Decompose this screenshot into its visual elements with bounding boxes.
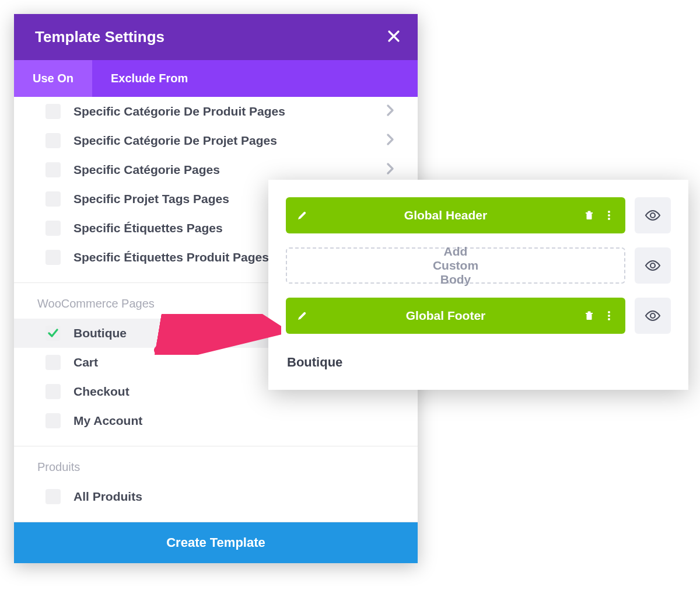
svg-point-6 [650, 213, 655, 218]
create-template-button[interactable]: Create Template [14, 522, 418, 563]
trash-icon[interactable] [583, 210, 595, 221]
eye-icon [645, 260, 661, 271]
checkbox[interactable] [46, 104, 61, 119]
list-item[interactable]: My Account [14, 406, 418, 435]
list-item[interactable]: All Produits [14, 482, 418, 511]
tab-use-on[interactable]: Use On [14, 60, 92, 97]
item-label: Specific Catégorie Pages [74, 163, 373, 177]
bar-title: Global Footer [316, 309, 575, 323]
more-icon[interactable] [603, 210, 615, 221]
panel-caption: Boutique [286, 348, 671, 372]
svg-rect-1 [587, 214, 592, 219]
svg-point-13 [608, 318, 610, 320]
chevron-right-icon [386, 133, 394, 148]
modal-tabs: Use On Exclude From [14, 60, 418, 97]
add-custom-body-bar[interactable]: Add Custom Body [286, 247, 625, 284]
checkbox[interactable] [46, 384, 61, 399]
panel-row-footer: Global Footer [286, 298, 671, 334]
checkbox-checked[interactable] [46, 326, 61, 341]
svg-rect-9 [587, 314, 592, 320]
item-label: Specific Catégorie De Projet Pages [74, 134, 373, 148]
chevron-right-icon [386, 104, 394, 119]
preview-button[interactable] [635, 298, 671, 334]
check-icon [48, 328, 58, 338]
panel-row-body: Add Custom Body [286, 247, 671, 284]
eye-icon [645, 310, 661, 322]
checkbox[interactable] [46, 133, 61, 148]
preview-button[interactable] [635, 247, 671, 284]
svg-point-3 [608, 211, 610, 213]
svg-rect-10 [588, 312, 591, 313]
tab-exclude-from[interactable]: Exclude From [92, 60, 206, 97]
svg-point-11 [608, 311, 610, 313]
checkbox[interactable] [46, 489, 61, 504]
template-areas-panel: Global Header Add Custom Body Global Foo… [268, 180, 688, 390]
svg-rect-0 [586, 212, 593, 214]
pencil-icon[interactable] [296, 310, 308, 322]
checkbox[interactable] [46, 250, 61, 265]
svg-point-7 [650, 263, 655, 268]
checkbox[interactable] [46, 162, 61, 177]
list-item[interactable]: Specific Catégorie De Produit Pages [14, 97, 418, 126]
checkbox[interactable] [46, 355, 61, 370]
close-icon[interactable] [387, 29, 400, 46]
pencil-icon[interactable] [296, 210, 308, 221]
checkbox[interactable] [46, 221, 61, 236]
produits-section: Produits All Produits [14, 446, 418, 522]
preview-button[interactable] [635, 197, 671, 233]
svg-rect-2 [588, 211, 591, 213]
modal-footer: Create Template [14, 522, 418, 563]
item-label: All Produits [74, 490, 394, 504]
svg-rect-8 [586, 313, 593, 314]
svg-point-12 [608, 315, 610, 317]
list-item[interactable]: Specific Catégorie De Projet Pages [14, 126, 418, 155]
global-header-bar[interactable]: Global Header [286, 197, 625, 233]
modal-title: Template Settings [35, 28, 164, 46]
svg-point-14 [650, 313, 655, 318]
svg-point-4 [608, 214, 610, 217]
section-header: Produits [14, 446, 418, 482]
panel-row-header: Global Header [286, 197, 671, 233]
checkbox[interactable] [46, 413, 61, 428]
checkbox[interactable] [46, 191, 61, 207]
svg-point-5 [608, 218, 610, 220]
item-label: Specific Catégorie De Produit Pages [74, 104, 373, 118]
more-icon[interactable] [603, 310, 615, 322]
trash-icon[interactable] [583, 310, 595, 322]
bar-title: Add Custom Body [433, 245, 478, 287]
chevron-right-icon [386, 162, 394, 177]
item-label: My Account [74, 414, 394, 428]
bar-title: Global Header [316, 208, 575, 222]
global-footer-bar[interactable]: Global Footer [286, 298, 625, 334]
eye-icon [645, 210, 661, 221]
modal-header: Template Settings [14, 14, 418, 60]
